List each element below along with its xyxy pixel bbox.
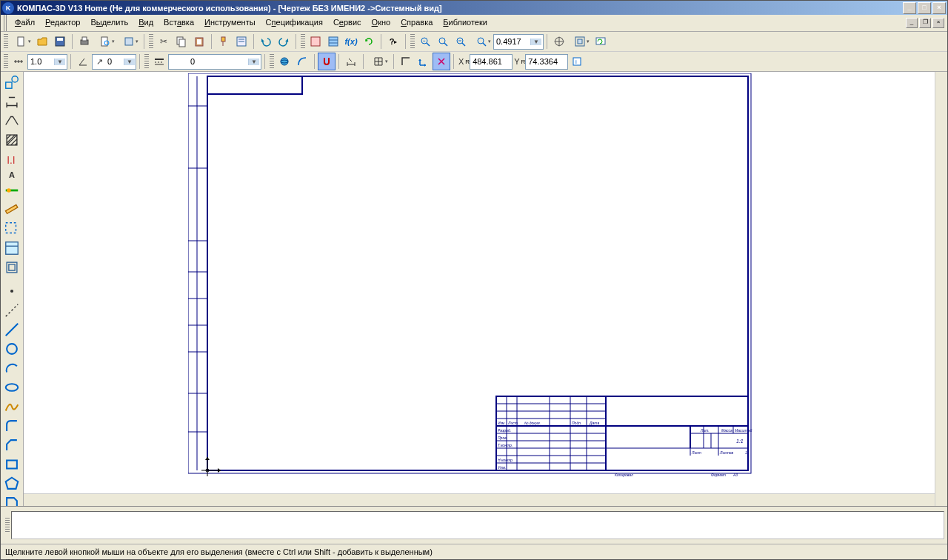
mdi-minimize-button[interactable]: _ bbox=[906, 18, 918, 28]
toolbar-grip[interactable] bbox=[4, 34, 8, 49]
designation-button[interactable] bbox=[3, 112, 21, 130]
dropdown-icon[interactable]: ▼ bbox=[530, 39, 541, 45]
zoom-combo[interactable]: ▼ bbox=[493, 34, 544, 50]
menu-insert[interactable]: Вставка bbox=[158, 15, 199, 31]
window-close-button[interactable]: × bbox=[932, 2, 946, 14]
window-maximize-button[interactable]: □ bbox=[918, 2, 931, 14]
pan-button[interactable] bbox=[550, 33, 568, 50]
selection-button[interactable] bbox=[3, 220, 21, 238]
angle-input[interactable] bbox=[106, 57, 124, 66]
properties-button[interactable] bbox=[233, 33, 250, 50]
zoom-fit-button[interactable] bbox=[568, 33, 592, 50]
variables-button[interactable]: f(x) bbox=[342, 33, 360, 50]
spec-manager-button[interactable] bbox=[307, 33, 324, 50]
globals-button[interactable] bbox=[276, 53, 293, 70]
line-button[interactable] bbox=[3, 321, 21, 339]
refresh-button[interactable] bbox=[360, 33, 378, 50]
menu-help[interactable]: Справка bbox=[395, 15, 438, 31]
step-combo[interactable]: ▼ bbox=[27, 54, 67, 70]
doc-props-button[interactable] bbox=[117, 33, 141, 50]
chamfer-button[interactable] bbox=[3, 436, 21, 454]
save-button[interactable] bbox=[51, 33, 69, 50]
menu-select[interactable]: Выделить bbox=[85, 15, 133, 31]
snap-button[interactable] bbox=[318, 53, 336, 70]
measure-button[interactable] bbox=[3, 201, 21, 219]
mdi-close-button[interactable]: × bbox=[932, 18, 944, 28]
copy-button[interactable] bbox=[173, 33, 190, 50]
zoom-scale-button[interactable] bbox=[470, 33, 493, 50]
toolbar-grip[interactable] bbox=[144, 54, 149, 69]
hatching-button[interactable] bbox=[3, 131, 21, 149]
step-button[interactable] bbox=[10, 53, 27, 70]
menu-editor[interactable]: Редактор bbox=[40, 15, 85, 31]
open-button[interactable] bbox=[33, 33, 51, 50]
dimension-tools-button[interactable] bbox=[3, 93, 21, 110]
arc-button[interactable] bbox=[3, 359, 21, 377]
paste-button[interactable] bbox=[190, 33, 208, 50]
coord-y-field[interactable] bbox=[525, 54, 568, 70]
help-button[interactable]: ?▸ bbox=[384, 33, 402, 50]
zoom-in-button[interactable] bbox=[434, 33, 452, 50]
line-style-button[interactable] bbox=[150, 53, 168, 70]
coord-y-input[interactable] bbox=[527, 57, 565, 66]
spec-table-button[interactable] bbox=[324, 33, 342, 50]
circle-button[interactable] bbox=[3, 340, 21, 358]
menu-service[interactable]: Сервис bbox=[328, 15, 367, 31]
toolbar-grip[interactable] bbox=[4, 54, 8, 69]
parametric-button[interactable] bbox=[433, 53, 450, 70]
undo-button[interactable] bbox=[257, 33, 275, 50]
print-button[interactable] bbox=[76, 33, 93, 50]
fillet-button[interactable] bbox=[3, 417, 21, 435]
new-button[interactable] bbox=[10, 33, 33, 50]
menu-window[interactable]: Окно bbox=[367, 15, 396, 31]
annotation-button[interactable]: A bbox=[3, 170, 21, 180]
ortho-button[interactable] bbox=[397, 53, 415, 70]
step-input[interactable] bbox=[29, 57, 54, 66]
dropdown-icon[interactable]: ▼ bbox=[54, 59, 65, 65]
point-button[interactable] bbox=[3, 282, 21, 300]
views-button[interactable] bbox=[3, 259, 21, 276]
angle-combo[interactable]: ↗ ▼ bbox=[92, 54, 136, 70]
spec-tools-button[interactable] bbox=[3, 239, 21, 257]
zoom-input[interactable] bbox=[495, 37, 530, 46]
param-button[interactable] bbox=[3, 181, 21, 199]
menu-view[interactable]: Вид bbox=[133, 15, 158, 31]
print-preview-button[interactable] bbox=[93, 33, 117, 50]
rect-button[interactable] bbox=[3, 456, 21, 473]
dropdown-icon[interactable]: ▼ bbox=[248, 59, 259, 65]
info-button[interactable]: i bbox=[568, 53, 586, 70]
toolbar-grip[interactable] bbox=[270, 54, 274, 69]
cut-button[interactable]: ✂ bbox=[155, 33, 173, 50]
window-minimize-button[interactable]: _ bbox=[903, 2, 916, 14]
aux-line-button[interactable] bbox=[3, 301, 21, 319]
vertical-scrollbar[interactable] bbox=[935, 72, 947, 506]
redo-button[interactable] bbox=[275, 33, 293, 50]
angle-button[interactable] bbox=[74, 53, 92, 70]
layer-combo[interactable]: ▼ bbox=[168, 54, 261, 70]
geometry-button[interactable] bbox=[3, 73, 21, 91]
dimension-button[interactable] bbox=[342, 53, 360, 70]
zoom-out-button[interactable] bbox=[452, 33, 470, 50]
edit-geometry-button[interactable]: I.I bbox=[3, 150, 21, 168]
redraw-button[interactable] bbox=[592, 33, 610, 50]
coord-x-field[interactable] bbox=[470, 54, 513, 70]
toolbar-grip[interactable] bbox=[410, 34, 415, 49]
coord-x-input[interactable] bbox=[471, 57, 510, 66]
menubar-grip[interactable] bbox=[4, 15, 8, 31]
menu-tools[interactable]: Инструменты bbox=[199, 15, 261, 31]
panel-grip[interactable] bbox=[5, 518, 10, 533]
grid-button[interactable] bbox=[367, 53, 390, 70]
horizontal-scrollbar[interactable] bbox=[24, 493, 935, 506]
format-painter-button[interactable] bbox=[215, 33, 233, 50]
spline-button[interactable] bbox=[3, 398, 21, 416]
rounding-button[interactable] bbox=[293, 53, 311, 70]
zoom-window-button[interactable]: + bbox=[416, 33, 434, 50]
menu-libraries[interactable]: Библиотеки bbox=[438, 15, 493, 31]
mdi-restore-button[interactable]: ❐ bbox=[919, 18, 931, 28]
polygon-button[interactable] bbox=[3, 475, 21, 493]
drawing-canvas[interactable]: Изм Лист № докум. Подп. Дата Разраб. Про… bbox=[24, 72, 935, 493]
menu-file[interactable]: Файл bbox=[10, 15, 40, 31]
ellipse-button[interactable] bbox=[3, 379, 21, 396]
layer-input[interactable] bbox=[189, 57, 248, 66]
toolbar-grip[interactable] bbox=[149, 34, 153, 49]
